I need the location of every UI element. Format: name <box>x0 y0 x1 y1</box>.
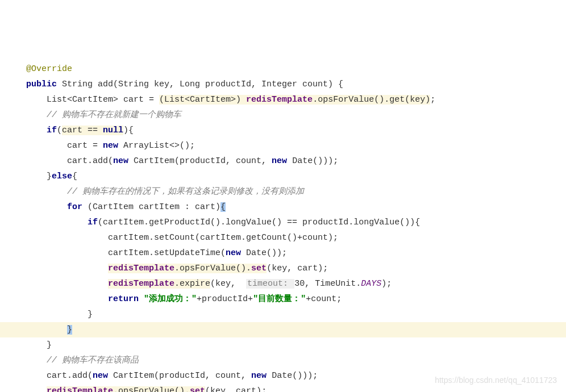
code-text <box>26 202 67 212</box>
code-text: ){ <box>123 126 134 135</box>
keyword-new: new <box>251 371 267 381</box>
keyword-new: new <box>93 371 108 381</box>
code-line: cartItem.setCount(cartItem.getCount()+co… <box>0 230 566 245</box>
code-line: } <box>0 307 566 322</box>
code-line: cart.add(new CartItem(productId, count, … <box>0 153 566 169</box>
code-text: } <box>26 310 93 319</box>
code-text: (cartItem.getProductId().longValue() == … <box>98 218 420 227</box>
code-line: // 购物车不存在就新建一个购物车 <box>0 107 566 123</box>
code-text: } <box>26 172 52 181</box>
code-text <box>26 126 47 135</box>
code-text: cartItem.setUpdateTime( <box>26 248 226 258</box>
watermark: https://blog.csdn.net/qq_41011723 <box>435 373 557 387</box>
code-line: public String add(String key, Long produ… <box>0 77 566 92</box>
code-line: cartItem.setUpdateTime(new Date()); <box>0 245 566 261</box>
keyword-public: public <box>26 80 57 89</box>
field-redis: redisTemplate <box>246 95 313 105</box>
code-text: Date())); <box>267 371 318 381</box>
comment: // 购物车不存在该商品 <box>26 356 139 365</box>
field-redis: redisTemplate <box>108 279 174 289</box>
code-text: .opsForValue(). <box>113 386 190 392</box>
code-line: }else{ <box>0 169 566 184</box>
string-literal: "添加成功：" <box>144 294 197 304</box>
keyword-else: else <box>52 172 72 181</box>
code-text: ArrayList<>(); <box>118 141 195 151</box>
field-redis: redisTemplate <box>108 264 174 273</box>
code-text <box>26 218 88 227</box>
highlighted-code: redisTemplate.expire <box>108 279 210 289</box>
code-text: CartItem(productId, count, <box>128 156 272 166</box>
string-literal: "目前数量：" <box>253 294 306 304</box>
code-text: ( <box>57 126 62 135</box>
inline-hint: timeout: <box>246 279 294 289</box>
annotation-override: @Override <box>26 64 72 74</box>
code-line: redisTemplate.opsForValue().set(key, car… <box>0 261 566 276</box>
code-text: cart.add( <box>26 156 113 166</box>
highlighted-code: redisTemplate.opsForValue().set <box>108 264 267 273</box>
method-set: set <box>190 386 205 392</box>
code-text: cart = <box>26 141 103 151</box>
code-text: (key, cart); <box>205 386 267 392</box>
method-set: set <box>251 264 267 273</box>
code-line: // 购物车存在的情况下，如果有这条记录则修改，没有则添加 <box>0 184 566 199</box>
code-text: List<CartItem> cart = <box>26 95 159 105</box>
method-signature: String add(String key, Long productId, I… <box>57 80 343 89</box>
keyword-new: new <box>113 156 128 166</box>
code-text: (key, cart); <box>267 264 328 273</box>
code-text <box>26 279 108 289</box>
static-field-days: DAYS <box>361 279 381 289</box>
code-text: ); <box>381 279 392 289</box>
code-text: ; <box>430 95 435 105</box>
code-text: (CartItem cartItem : cart) <box>82 202 220 212</box>
field-redis: redisTemplate <box>47 386 113 392</box>
code-text: Date())); <box>287 156 338 166</box>
keyword-for: for <box>67 202 82 212</box>
code-line: if(cart == null){ <box>0 123 566 138</box>
highlighted-code: (List<CartItem>) redisTemplate.opsForVal… <box>159 95 430 105</box>
code-text: (key, <box>210 279 246 289</box>
keyword-return: return <box>108 294 139 304</box>
code-text: cart == <box>62 126 103 135</box>
comment: // 购物车存在的情况下，如果有这条记录则修改，没有则添加 <box>26 187 304 197</box>
code-text: .opsForValue().get(key) <box>313 95 430 105</box>
code-text: cart.add( <box>26 371 93 381</box>
code-text <box>26 294 108 304</box>
code-line: return "添加成功："+productId+"目前数量："+count; <box>0 291 566 307</box>
code-text: } <box>26 340 52 350</box>
code-text: Date()); <box>241 248 287 258</box>
keyword-if: if <box>88 218 98 227</box>
code-line: // 购物车不存在该商品 <box>0 353 566 368</box>
code-line: if(cartItem.getProductId().longValue() =… <box>0 215 566 230</box>
caret-brace: { <box>220 202 226 212</box>
code-line: cart = new ArrayList<>(); <box>0 138 566 153</box>
code-text <box>139 294 144 304</box>
keyword-new: new <box>103 141 118 151</box>
keyword-if: if <box>47 126 57 135</box>
code-text <box>26 325 67 335</box>
code-text: cartItem.setCount(cartItem.getCount()+co… <box>26 233 338 243</box>
code-text: { <box>72 172 77 181</box>
code-text <box>26 386 47 392</box>
highlighted-code: redisTemplate.opsForValue().set <box>47 386 205 392</box>
keyword-null: null <box>103 126 123 135</box>
keyword-new: new <box>272 156 287 166</box>
code-text: 30, TimeUnit. <box>294 279 361 289</box>
code-editor[interactable]: @Override public String add(String key, … <box>0 61 566 392</box>
code-text <box>26 264 108 273</box>
highlighted-code: cart == null <box>62 126 123 135</box>
code-line: @Override <box>0 61 566 77</box>
caret-brace: } <box>67 325 72 335</box>
code-text: +productId+ <box>197 294 253 304</box>
code-line: for (CartItem cartItem : cart){ <box>0 199 566 215</box>
code-text: .expire <box>174 279 210 289</box>
code-line: } <box>0 337 566 353</box>
keyword-new: new <box>226 248 241 258</box>
highlighted-line: } <box>0 322 566 337</box>
code-line: List<CartItem> cart = (List<CartItem>) r… <box>0 92 566 107</box>
comment: // 购物车不存在就新建一个购物车 <box>26 110 181 120</box>
code-line: redisTemplate.expire(key, timeout: 30, T… <box>0 276 566 291</box>
code-text: CartItem(productId, count, <box>108 371 251 381</box>
code-text: +count; <box>306 294 342 304</box>
code-text: .opsForValue(). <box>174 264 251 273</box>
code-text: (List<CartItem>) <box>159 95 246 105</box>
